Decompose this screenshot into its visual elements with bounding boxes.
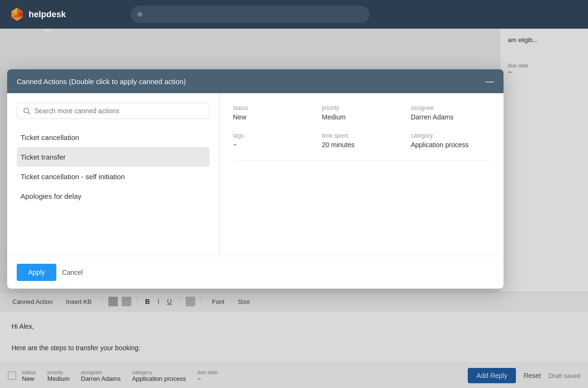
detail-status: status New — [233, 105, 312, 121]
detail-assignee: assignee Darren Adams — [411, 105, 490, 121]
details-grid: status New priority Medium assignee Darr… — [233, 105, 490, 161]
modal-close-button[interactable]: — — [485, 77, 494, 86]
canned-item-apologies-delay[interactable]: Apologies for delay — [17, 186, 210, 206]
detail-category: category Application process — [411, 132, 490, 149]
search-input[interactable] — [34, 107, 203, 115]
main-content: am eligib... due date ~ Canned Actions (… — [0, 29, 588, 388]
modal-header: Canned Actions (Double click to apply ca… — [7, 69, 504, 93]
logo-area: helpdesk — [10, 7, 66, 22]
detail-time-spent: time spent 20 minutes — [322, 132, 401, 149]
category-value: Application process — [411, 141, 490, 149]
modal-title: Canned Actions (Double click to apply ca… — [17, 77, 186, 86]
assignee-label: assignee — [411, 105, 490, 111]
time-spent-label: time spent — [322, 132, 401, 139]
priority-value: Medium — [322, 113, 401, 121]
tags-label: tags — [233, 132, 312, 139]
helpdesk-logo-icon — [10, 7, 25, 22]
assignee-value: Darren Adams — [411, 113, 490, 121]
nav-search-bar[interactable] — [131, 6, 369, 23]
detail-tags: tags ~ — [233, 132, 312, 149]
cancel-button[interactable]: Cancel — [62, 269, 83, 276]
category-label: category — [411, 132, 490, 139]
time-spent-value: 20 minutes — [322, 141, 401, 149]
canned-item-ticket-cancellation[interactable]: Ticket cancellation — [17, 128, 210, 147]
modal-footer: Apply Cancel — [7, 256, 504, 289]
nav-search-area — [131, 6, 369, 23]
svg-line-6 — [28, 112, 30, 114]
top-nav: helpdesk — [0, 0, 588, 29]
apply-button[interactable]: Apply — [17, 264, 56, 281]
search-icon — [23, 107, 31, 115]
status-label: status — [233, 105, 312, 111]
modal-body: Ticket cancellation Ticket transfer Tick… — [7, 93, 504, 256]
app-name: helpdesk — [29, 10, 66, 20]
status-value: New — [233, 113, 312, 121]
tags-value: ~ — [233, 141, 312, 149]
ticket-details-panel: status New priority Medium assignee Darr… — [220, 93, 504, 256]
canned-actions-modal: Canned Actions (Double click to apply ca… — [7, 69, 504, 289]
canned-item-ticket-cancellation-self[interactable]: Ticket cancellation - self initiation — [17, 167, 210, 186]
detail-priority: priority Medium — [322, 105, 401, 121]
canned-item-ticket-transfer[interactable]: Ticket transfer — [17, 147, 210, 167]
search-box[interactable] — [17, 103, 210, 119]
canned-list-panel: Ticket cancellation Ticket transfer Tick… — [7, 93, 220, 256]
priority-label: priority — [322, 105, 401, 111]
nav-search-dot — [137, 12, 142, 17]
